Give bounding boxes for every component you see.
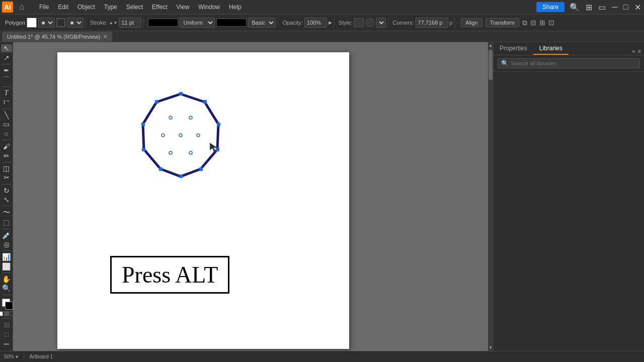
draw-mode-btn[interactable]: ⬛: [1, 321, 12, 329]
doc-tab-close-icon[interactable]: ✕: [103, 34, 107, 39]
menu-help[interactable]: Help: [225, 3, 246, 12]
stroke-width-input[interactable]: 11 pt: [119, 18, 141, 28]
hand-tool[interactable]: ✋: [1, 275, 12, 283]
ctrl-dot-3: [197, 134, 200, 137]
libraries-search-input[interactable]: [511, 60, 636, 66]
handle-top-left: [155, 100, 158, 104]
scroll-down-arrow[interactable]: ▼: [489, 345, 493, 350]
transform-tools-icon[interactable]: ⧉: [522, 19, 527, 27]
handle-top: [179, 92, 183, 96]
blend-mode-select[interactable]: Uniform: [180, 18, 215, 28]
warp-tool[interactable]: 〜: [1, 208, 12, 217]
style-icon: [365, 18, 374, 27]
rect-tool[interactable]: ▭: [1, 120, 12, 128]
ctrl-dot-1: [162, 134, 165, 137]
scissors-tool[interactable]: ✂: [1, 173, 12, 182]
search-icon-panel: 🔍: [501, 60, 509, 67]
doc-tab-bar: Untitled-1* @ 45.74 % (RGB/Preview) ✕: [0, 31, 644, 42]
touch-type-tool[interactable]: T⌃: [1, 98, 12, 106]
eyedropper-tool[interactable]: 💉: [1, 231, 12, 239]
ctrl-dot-2: [179, 134, 182, 137]
press-alt-text: Press ALT: [122, 262, 218, 288]
corners-input[interactable]: 77.7168 p: [416, 18, 448, 28]
app-logo: Ai: [2, 2, 13, 13]
panel-menu-btn[interactable]: ≡: [637, 48, 641, 55]
select-tool[interactable]: ↖: [1, 44, 12, 52]
stroke-swatch[interactable]: [56, 18, 65, 27]
menu-object[interactable]: Object: [73, 3, 99, 12]
search-icon[interactable]: 🔍: [569, 2, 581, 13]
home-icon[interactable]: ⌂: [16, 2, 27, 13]
panel-collapse-btn[interactable]: «: [632, 48, 635, 55]
style-select[interactable]: ▼: [376, 18, 386, 28]
fill-swatch[interactable]: [27, 18, 37, 28]
curvature-tool[interactable]: ⌒: [1, 75, 12, 84]
zoom-tool[interactable]: 🔍: [1, 284, 12, 292]
gradient-mode-btn[interactable]: [4, 311, 9, 316]
transform-button[interactable]: Transform: [486, 18, 520, 27]
fill-type-select[interactable]: ■: [38, 18, 55, 28]
blend-tool[interactable]: ◎: [1, 240, 12, 248]
normal-mode-btn[interactable]: [0, 311, 3, 316]
panel-controls: « ≡: [632, 48, 644, 55]
artboard-tool[interactable]: ⬜: [1, 262, 12, 270]
more-tools-btn[interactable]: •••: [4, 339, 9, 349]
ctrl-dot-5: [189, 151, 192, 154]
pen-tool[interactable]: ✒: [1, 66, 12, 74]
align-button[interactable]: Align: [461, 18, 482, 27]
free-transform-tool[interactable]: ⬚: [1, 218, 12, 226]
search-container[interactable]: 🔍: [498, 58, 640, 68]
brush-preview: [216, 19, 247, 27]
draw-inside-btn[interactable]: ⬚: [1, 330, 12, 338]
vertical-scroll-thumb[interactable]: [489, 50, 493, 80]
stroke-type-select[interactable]: ■: [67, 18, 84, 28]
libraries-tab[interactable]: Libraries: [533, 43, 569, 55]
vertical-scrollbar[interactable]: ▲ ▼: [488, 42, 493, 351]
line-profile-preview: [148, 19, 178, 27]
scale-tool[interactable]: ⤡: [1, 196, 12, 204]
doc-tab[interactable]: Untitled-1* @ 45.74 % (RGB/Preview) ✕: [2, 32, 112, 42]
pencil-tool[interactable]: ✏: [1, 151, 12, 159]
close-icon[interactable]: ✕: [633, 2, 642, 13]
stroke-down-arrow[interactable]: ▼: [114, 21, 118, 25]
grid-icon[interactable]: ⊞: [585, 2, 593, 13]
type-tool[interactable]: T: [1, 89, 12, 97]
direct-select-tool[interactable]: ↗: [1, 53, 12, 61]
line-tool[interactable]: ╲: [1, 111, 12, 119]
maximize-icon[interactable]: □: [622, 2, 629, 13]
arrange-icon[interactable]: ▭: [597, 2, 607, 13]
paintbrush-tool[interactable]: 🖌: [1, 142, 12, 150]
scroll-up-arrow[interactable]: ▲: [489, 43, 493, 48]
ellipse-tool[interactable]: ○: [1, 130, 12, 138]
share-button[interactable]: Share: [536, 2, 565, 12]
opacity-arrow[interactable]: ▶: [329, 20, 332, 25]
opacity-input[interactable]: 100%: [304, 18, 327, 28]
menu-select[interactable]: Select: [122, 3, 147, 12]
menu-window[interactable]: Window: [194, 3, 224, 12]
canvas-area[interactable]: Press ALT ▲ ▼: [13, 42, 493, 351]
menu-edit[interactable]: Edit: [54, 3, 72, 12]
align-tools-icon[interactable]: ⊟: [530, 19, 536, 27]
eraser-tool[interactable]: ◫: [1, 164, 12, 172]
brush-select[interactable]: Basic: [248, 18, 276, 28]
menu-effect[interactable]: Effect: [148, 3, 171, 12]
rotate-tool[interactable]: ↻: [1, 186, 12, 194]
style-label: Style:: [339, 20, 353, 26]
polygon-container[interactable]: [135, 90, 226, 183]
menu-view[interactable]: View: [173, 3, 194, 12]
menu-file[interactable]: File: [35, 3, 53, 12]
shape-section: Polygon ■ ■: [3, 18, 86, 28]
handle-left-top: [141, 123, 145, 126]
logo-area: Ai ⌂: [2, 2, 30, 13]
stroke-color-box[interactable]: [5, 302, 13, 310]
polygon-shape: [143, 94, 218, 176]
more-tools-icon[interactable]: ⊞: [539, 19, 545, 27]
corners-unit: p: [450, 20, 453, 26]
bar-chart-tool[interactable]: 📊: [1, 253, 12, 261]
zoom-level[interactable]: 50% ▾: [4, 354, 18, 359]
properties-tab[interactable]: Properties: [494, 43, 533, 55]
stroke-up-arrow[interactable]: ▲: [109, 21, 113, 25]
menu-type[interactable]: Type: [100, 3, 121, 12]
minimize-icon[interactable]: ─: [611, 2, 618, 13]
extra-tools-icon[interactable]: ⊡: [548, 19, 554, 27]
